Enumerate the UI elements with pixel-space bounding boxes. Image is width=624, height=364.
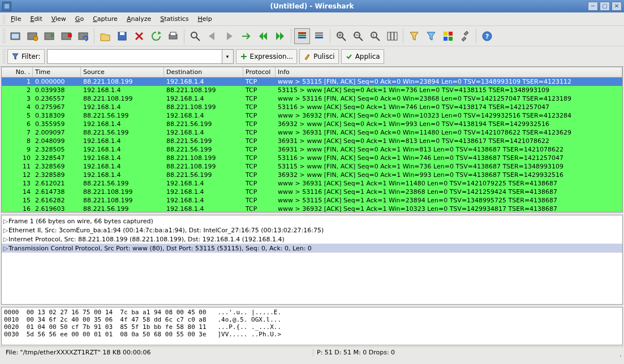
save-icon bbox=[116, 30, 128, 42]
packet-row[interactable]: 60.355959192.168.1.488.221.56.199TCP3693… bbox=[2, 120, 622, 128]
save-button[interactable] bbox=[114, 28, 130, 44]
packet-row[interactable]: 82.048099192.168.1.488.221.56.199TCP3693… bbox=[2, 137, 622, 145]
detail-row[interactable]: ▷ Frame 1 (66 bytes on wire, 66 bytes ca… bbox=[2, 216, 622, 226]
packet-row[interactable]: 10.00000088.221.108.199192.168.1.4TCPwww… bbox=[2, 77, 622, 86]
filter-label-button[interactable]: Filter: bbox=[7, 49, 45, 64]
svg-point-3 bbox=[33, 36, 38, 41]
reload-button[interactable] bbox=[148, 28, 164, 44]
column-no[interactable]: No. . bbox=[2, 67, 33, 77]
svg-rect-40 bbox=[394, 32, 397, 40]
capture-filters-icon bbox=[408, 30, 420, 42]
svg-line-15 bbox=[196, 37, 200, 41]
svg-line-29 bbox=[342, 37, 346, 41]
go-first-button[interactable] bbox=[255, 28, 271, 44]
expression-button[interactable]: Expression... bbox=[236, 49, 298, 64]
colorize-button[interactable] bbox=[294, 28, 310, 44]
menu-go[interactable]: Go bbox=[71, 14, 88, 24]
packet-row[interactable]: 72.00909788.221.56.199192.168.1.4TCPwww … bbox=[2, 128, 622, 137]
open-button[interactable] bbox=[97, 28, 113, 44]
menu-capture[interactable]: Capture bbox=[88, 14, 122, 24]
packet-row[interactable]: 50.31830988.221.56.199192.168.1.4TCPwww … bbox=[2, 111, 622, 120]
capture-restart-button[interactable] bbox=[75, 28, 91, 44]
menu-analyze[interactable]: Analyze bbox=[122, 14, 156, 24]
filter-input[interactable] bbox=[47, 49, 222, 64]
detail-row[interactable]: ▷ Transmission Control Protocol, Src Por… bbox=[2, 244, 622, 253]
packet-row[interactable]: 20.039938192.168.1.488.221.108.199TCP531… bbox=[2, 86, 622, 94]
svg-line-33 bbox=[359, 37, 363, 41]
close-button[interactable] bbox=[131, 28, 147, 44]
capture-start-icon bbox=[43, 30, 55, 42]
expand-triangle-icon[interactable]: ▷ bbox=[3, 236, 8, 243]
toolbar-separator bbox=[476, 29, 476, 44]
resize-grip[interactable] bbox=[613, 348, 622, 357]
zoom-in-button[interactable] bbox=[333, 28, 349, 44]
packet-row[interactable]: 152.61628288.221.108.199192.168.1.4TCPww… bbox=[2, 196, 622, 205]
packet-bytes-pane[interactable]: 0000 00 13 02 27 16 75 00 14 7c ba a1 94… bbox=[1, 307, 623, 345]
find-button[interactable] bbox=[187, 28, 203, 44]
column-time[interactable]: Time bbox=[33, 67, 81, 77]
maximize-button[interactable]: ▢ bbox=[600, 2, 610, 11]
go-last-button[interactable] bbox=[272, 28, 288, 44]
go-to-button[interactable] bbox=[238, 28, 254, 44]
packet-row[interactable]: 40.275967192.168.1.488.221.108.199TCP531… bbox=[2, 103, 622, 111]
menu-statistics[interactable]: Statistics bbox=[156, 14, 193, 24]
menu-help[interactable]: Help bbox=[193, 14, 217, 24]
svg-marker-18 bbox=[259, 32, 263, 40]
packet-row[interactable]: 92.328505192.168.1.488.221.56.199TCP3693… bbox=[2, 145, 622, 154]
colorize-icon bbox=[296, 30, 308, 42]
packet-row[interactable]: 162.61960388.221.56.199192.168.1.4TCPwww… bbox=[2, 205, 622, 212]
detail-row[interactable]: ▷ Ethernet II, Src: 3comEuro_ba:a1:94 (0… bbox=[2, 226, 622, 235]
svg-rect-13 bbox=[170, 32, 176, 36]
zoom-100-button[interactable]: 1 bbox=[367, 28, 383, 44]
menu-file[interactable]: File bbox=[6, 14, 25, 24]
menubar-grip[interactable] bbox=[2, 14, 5, 24]
go-forward-button[interactable] bbox=[221, 28, 237, 44]
toolbar-grip[interactable] bbox=[2, 28, 5, 44]
auto-scroll-icon bbox=[313, 30, 325, 42]
auto-scroll-button[interactable] bbox=[311, 28, 327, 44]
menu-edit[interactable]: Edit bbox=[25, 14, 46, 24]
column-destination[interactable]: Destination bbox=[164, 67, 243, 77]
capture-options-button[interactable] bbox=[24, 28, 40, 44]
packet-row[interactable]: 102.328547192.168.1.488.221.108.199TCP53… bbox=[2, 154, 622, 162]
filterbar-grip[interactable] bbox=[2, 49, 5, 64]
column-info[interactable]: Info bbox=[276, 67, 622, 77]
display-filters-button[interactable] bbox=[423, 28, 439, 44]
column-protocol[interactable]: Protocol bbox=[243, 67, 276, 77]
interfaces-button[interactable] bbox=[7, 28, 23, 44]
coloring-rules-button[interactable] bbox=[440, 28, 456, 44]
capture-start-button[interactable] bbox=[41, 28, 57, 44]
close-button[interactable]: ✕ bbox=[612, 2, 622, 11]
expand-triangle-icon[interactable]: ▷ bbox=[3, 218, 8, 225]
filter-dropdown[interactable]: ▾ bbox=[222, 49, 234, 64]
print-button[interactable] bbox=[165, 28, 181, 44]
go-back-button[interactable] bbox=[204, 28, 220, 44]
packet-list-pane: No. . Time Source Destination Protocol I… bbox=[1, 67, 623, 213]
expand-triangle-icon[interactable]: ▷ bbox=[3, 245, 8, 252]
svg-rect-24 bbox=[298, 37, 306, 38]
help-button[interactable]: ? bbox=[479, 28, 495, 44]
packet-row[interactable]: 142.61473888.221.108.199192.168.1.4TCPww… bbox=[2, 188, 622, 196]
resize-columns-button[interactable] bbox=[384, 28, 400, 44]
packet-row[interactable]: 132.61202188.221.56.199192.168.1.4TCPwww… bbox=[2, 179, 622, 188]
expand-triangle-icon[interactable]: ▷ bbox=[3, 227, 8, 234]
zoom-out-button[interactable] bbox=[350, 28, 366, 44]
capture-filters-button[interactable] bbox=[406, 28, 422, 44]
apply-button[interactable]: Applica bbox=[341, 49, 384, 64]
packet-row[interactable]: 122.328589192.168.1.488.221.56.199TCP369… bbox=[2, 171, 622, 179]
capture-stop-button[interactable] bbox=[58, 28, 74, 44]
toolbar-separator bbox=[184, 29, 184, 44]
minimize-button[interactable]: ─ bbox=[588, 2, 598, 11]
toolbar-separator bbox=[291, 29, 291, 44]
menu-view[interactable]: View bbox=[47, 14, 71, 24]
detail-row[interactable]: ▷ Internet Protocol, Src: 88.221.108.199… bbox=[2, 235, 622, 244]
packet-row[interactable]: 30.23655788.221.108.199192.168.1.4TCPwww… bbox=[2, 94, 622, 103]
preferences-button[interactable] bbox=[457, 28, 473, 44]
clear-button[interactable]: Pulisci bbox=[299, 49, 338, 64]
column-source[interactable]: Source bbox=[81, 67, 164, 77]
status-file: File: "/tmp/etherXXXXZT1RZT" 18 KB 00:00… bbox=[2, 349, 313, 356]
packet-list-body[interactable]: 10.00000088.221.108.199192.168.1.4TCPwww… bbox=[2, 77, 622, 212]
packet-details-pane[interactable]: ▷ Frame 1 (66 bytes on wire, 66 bytes ca… bbox=[1, 215, 623, 305]
svg-rect-43 bbox=[444, 37, 447, 41]
packet-row[interactable]: 112.328569192.168.1.488.221.108.199TCP53… bbox=[2, 162, 622, 171]
